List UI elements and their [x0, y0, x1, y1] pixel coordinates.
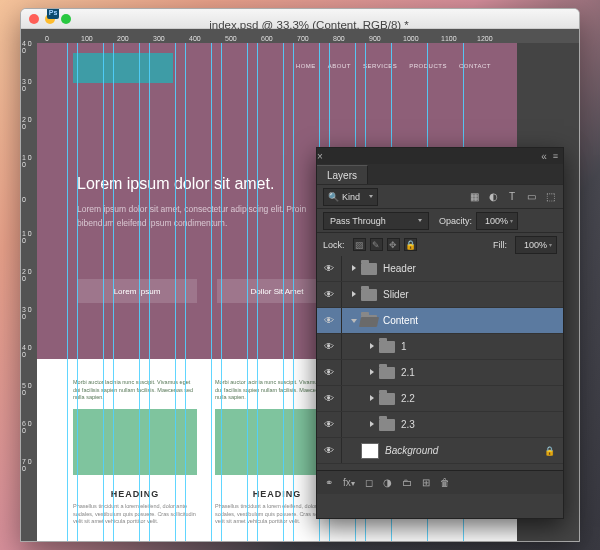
visibility-toggle-icon[interactable]: 👁 [317, 367, 341, 378]
smartobject-filter-icon[interactable]: ⬚ [543, 191, 557, 202]
filter-kind-dropdown[interactable]: 🔍 Kind [323, 188, 378, 206]
cta-1: Lorem Ipsum [77, 279, 197, 303]
folder-icon [379, 341, 395, 353]
lock-label: Lock: [323, 240, 345, 250]
layer-thumbnail [361, 443, 379, 459]
layer-row[interactable]: 👁2.3 [317, 412, 563, 438]
collapse-panel-icon[interactable]: « [541, 151, 547, 162]
link-layers-icon[interactable]: ⚭ [325, 477, 333, 488]
visibility-toggle-icon[interactable]: 👁 [317, 393, 341, 404]
chevron-down-icon: ▾ [510, 217, 513, 224]
delete-layer-icon[interactable]: 🗑 [440, 477, 450, 488]
opacity-input[interactable]: 100%▾ [476, 212, 518, 230]
lock-transparent-icon[interactable]: ▨ [353, 238, 366, 251]
folder-icon [379, 419, 395, 431]
lock-pixels-icon[interactable]: ✎ [370, 238, 383, 251]
panel-menu-icon[interactable]: ≡ [553, 151, 557, 161]
lock-position-icon[interactable]: ✥ [387, 238, 400, 251]
blend-row: Pass Through Opacity: 100%▾ [317, 208, 563, 232]
close-panel-icon[interactable]: × [317, 151, 323, 162]
shape-filter-icon[interactable]: ▭ [524, 191, 538, 202]
layer-name[interactable]: 1 [401, 341, 407, 352]
adjustment-layer-icon[interactable]: ◑ [383, 477, 392, 488]
visibility-toggle-icon[interactable]: 👁 [317, 315, 341, 326]
layer-name[interactable]: Header [383, 263, 416, 274]
logo-placeholder [73, 53, 173, 83]
layer-row[interactable]: 👁Background🔒 [317, 438, 563, 464]
new-layer-icon[interactable]: ⊞ [422, 477, 430, 488]
photoshop-icon: Ps [47, 8, 59, 19]
titlebar: Ps index.psd @ 33.3% (Content, RGB/8) * [21, 9, 579, 29]
layer-row[interactable]: 👁1 [317, 334, 563, 360]
vertical-ruler[interactable]: 4 0 0 3 0 0 2 0 0 1 0 0 0 1 0 0 2 0 0 3 … [21, 43, 37, 542]
disclosure-closed-icon[interactable] [365, 369, 379, 376]
disclosure-closed-icon[interactable] [347, 291, 361, 298]
document-title: Ps index.psd @ 33.3% (Content, RGB/8) * [47, 8, 571, 31]
layers-tab[interactable]: Layers [317, 165, 368, 184]
layer-row[interactable]: 👁Content [317, 308, 563, 334]
hero-body: Lorem ipsum dolor sit amet, consectetur … [77, 203, 337, 230]
layer-name[interactable]: 2.1 [401, 367, 415, 378]
new-group-icon[interactable]: 🗀 [402, 477, 412, 488]
layers-panel[interactable]: × « ≡ Layers 🔍 Kind ▦ ◐ T ▭ ⬚ Pass Throu… [316, 147, 564, 519]
layer-name[interactable]: Slider [383, 289, 409, 300]
layer-name[interactable]: Background [385, 445, 438, 456]
layer-name[interactable]: Content [383, 315, 418, 326]
disclosure-closed-icon[interactable] [365, 421, 379, 428]
nav: HOME ABOUT SERVICES PRODUCTS CONTACT [296, 63, 491, 69]
layer-row[interactable]: 👁2.2 [317, 386, 563, 412]
folder-icon [361, 263, 377, 275]
visibility-toggle-icon[interactable]: 👁 [317, 419, 341, 430]
disclosure-closed-icon[interactable] [347, 265, 361, 272]
visibility-toggle-icon[interactable]: 👁 [317, 341, 341, 352]
layer-name[interactable]: 2.2 [401, 393, 415, 404]
folder-icon [361, 315, 377, 327]
panel-footer: ⚭ fx▾ ◻ ◑ 🗀 ⊞ 🗑 [317, 470, 563, 494]
visibility-toggle-icon[interactable]: 👁 [317, 445, 341, 456]
visibility-toggle-icon[interactable]: 👁 [317, 263, 341, 274]
layer-row[interactable]: 👁Header [317, 256, 563, 282]
chevron-down-icon: ▾ [549, 241, 552, 248]
pixel-filter-icon[interactable]: ▦ [467, 191, 481, 202]
type-filter-icon[interactable]: T [505, 191, 519, 202]
adjustment-filter-icon[interactable]: ◐ [486, 191, 500, 202]
lock-icon: 🔒 [544, 446, 555, 456]
disclosure-closed-icon[interactable] [365, 395, 379, 402]
panel-tabs: Layers [317, 164, 563, 184]
disclosure-closed-icon[interactable] [365, 343, 379, 350]
layer-style-icon[interactable]: fx▾ [343, 477, 355, 488]
visibility-toggle-icon[interactable]: 👁 [317, 289, 341, 300]
opacity-label: Opacity: [439, 216, 472, 226]
folder-icon [361, 289, 377, 301]
panel-topbar: × « ≡ [317, 148, 563, 164]
folder-icon [379, 393, 395, 405]
horizontal-ruler[interactable]: 0 100 200 300 400 500 600 700 800 900 10… [21, 29, 579, 43]
lock-row: Lock: ▨ ✎ ✥ 🔒 Fill: 100%▾ [317, 232, 563, 256]
blend-mode-dropdown[interactable]: Pass Through [323, 212, 429, 230]
layer-list[interactable]: 👁Header👁Slider👁Content👁1👁2.1👁2.2👁2.3👁Bac… [317, 256, 563, 470]
layer-row[interactable]: 👁Slider [317, 282, 563, 308]
folder-icon [379, 367, 395, 379]
fill-input[interactable]: 100%▾ [515, 236, 557, 254]
chevron-down-icon [369, 195, 373, 198]
layer-mask-icon[interactable]: ◻ [365, 477, 373, 488]
filter-row: 🔍 Kind ▦ ◐ T ▭ ⬚ [317, 184, 563, 208]
layer-name[interactable]: 2.3 [401, 419, 415, 430]
lock-all-icon[interactable]: 🔒 [404, 238, 417, 251]
filter-type-icons: ▦ ◐ T ▭ ⬚ [467, 191, 557, 202]
layer-row[interactable]: 👁2.1 [317, 360, 563, 386]
search-icon: 🔍 [328, 192, 339, 202]
fill-label: Fill: [493, 240, 507, 250]
close-window-button[interactable] [29, 14, 39, 24]
chevron-down-icon [418, 219, 422, 222]
